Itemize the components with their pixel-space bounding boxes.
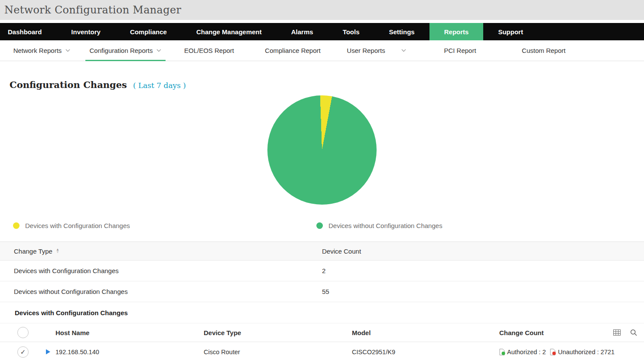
change-type-table-header: Change Type ▲▼ Device Count <box>0 241 644 261</box>
chevron-down-icon <box>401 49 406 52</box>
nav-item-support[interactable]: Support <box>483 23 538 40</box>
subnav-item-custom-report[interactable]: Custom Report <box>502 40 585 61</box>
unauthorized-label: Unauthorized : 2721 <box>558 349 615 355</box>
subnav-item-pci-report[interactable]: PCI Report <box>418 40 502 61</box>
device-type-cell: Cisco Router <box>204 349 352 355</box>
grid-view-icon[interactable] <box>613 329 621 336</box>
nav-item-compliance[interactable]: Compliance <box>115 23 182 40</box>
authorized-count: Authorized : 2 <box>499 349 546 355</box>
authorized-icon <box>499 349 505 355</box>
nav-item-alarms[interactable]: Alarms <box>276 23 328 40</box>
select-all-cell <box>0 327 43 338</box>
legend-item-with-changes: Devices with Configuration Changes <box>13 222 316 229</box>
nav-item-reports[interactable]: Reports <box>429 23 484 40</box>
change-type-cell: Devices with Configuration Changes <box>0 267 322 274</box>
change-type-table: Change Type ▲▼ Device Count Devices with… <box>0 241 644 302</box>
column-header-change-type[interactable]: Change Type ▲▼ <box>0 248 322 255</box>
change-count-cell: Authorized : 2 Unauthorized : 2721 <box>499 349 644 355</box>
select-all-checkbox[interactable] <box>17 327 29 338</box>
main-nav: Dashboard Inventory Compliance Change Ma… <box>0 23 644 40</box>
host-name-cell: 192.168.50.140 <box>43 349 204 355</box>
column-label: Change Type <box>14 248 52 255</box>
page-title-row: Configuration Changes ( Last 7 days ) <box>10 79 644 90</box>
row-checkbox-checked[interactable]: ✓ <box>17 346 29 358</box>
app-title: Network Configuration Manager <box>4 4 181 16</box>
column-header-device-count: Device Count <box>322 248 644 255</box>
column-header-device-type: Device Type <box>204 329 352 336</box>
legend-label: Devices without Configuration Changes <box>329 222 442 229</box>
subnav-item-compliance-report[interactable]: Compliance Report <box>251 40 335 61</box>
subnav-item-configuration-reports[interactable]: Configuration Reports <box>84 40 167 61</box>
table-tools <box>613 329 644 336</box>
legend-label: Devices with Configuration Changes <box>25 222 130 229</box>
pie-chart <box>267 95 377 205</box>
nav-item-change-management[interactable]: Change Management <box>182 23 276 40</box>
column-label: Change Count <box>499 329 544 336</box>
subnav-label: Configuration Reports <box>90 47 153 54</box>
row-select-cell: ✓ <box>0 346 43 358</box>
nav-item-settings[interactable]: Settings <box>374 23 429 40</box>
page-title: Configuration Changes <box>10 79 127 90</box>
nav-item-inventory[interactable]: Inventory <box>56 23 115 40</box>
legend-dot-green <box>316 222 323 229</box>
reports-subnav: Network Reports Configuration Reports EO… <box>0 40 644 61</box>
subnav-label: Custom Report <box>522 47 566 54</box>
subnav-label: EOL/EOS Report <box>184 47 234 54</box>
subnav-item-network-reports[interactable]: Network Reports <box>0 40 84 61</box>
chevron-down-icon <box>65 49 70 52</box>
column-header-model: Model <box>352 329 499 336</box>
subnav-item-user-reports[interactable]: User Reports <box>335 40 418 61</box>
host-name[interactable]: 192.168.50.140 <box>55 349 99 355</box>
chevron-down-icon <box>156 49 161 52</box>
table-row: ✓ 192.168.50.140 Cisco Router CISCO2951/… <box>0 342 644 362</box>
device-count-cell: 2 <box>322 267 644 274</box>
devices-table-header: Host Name Device Type Model Change Count <box>0 323 644 342</box>
top-gap <box>0 20 644 23</box>
legend-dot-yellow <box>13 222 20 229</box>
page-subtitle: ( Last 7 days ) <box>133 81 186 90</box>
column-header-change-count: Change Count <box>499 329 644 336</box>
unauthorized-icon <box>550 349 556 355</box>
authorized-label: Authorized : 2 <box>507 349 546 355</box>
change-type-cell: Devices without Configuration Changes <box>0 288 322 295</box>
table-row: Devices with Configuration Changes 2 <box>0 261 644 281</box>
top-bar: Network Configuration Manager <box>0 0 644 20</box>
chart-legend: Devices with Configuration Changes Devic… <box>0 222 644 229</box>
subnav-label: PCI Report <box>444 47 476 54</box>
table-row: Devices without Configuration Changes 55 <box>0 281 644 302</box>
expand-row-icon[interactable] <box>46 349 50 355</box>
legend-item-without-changes: Devices without Configuration Changes <box>316 222 442 229</box>
subnav-label: Compliance Report <box>265 47 320 54</box>
sort-arrows-icon[interactable]: ▲▼ <box>56 248 59 254</box>
unauthorized-count: Unauthorized : 2721 <box>550 349 615 355</box>
column-header-host-name: Host Name <box>43 329 204 336</box>
devices-section-title: Devices with Configuration Changes <box>0 302 644 323</box>
active-tab-underline <box>85 60 166 61</box>
nav-item-tools[interactable]: Tools <box>328 23 374 40</box>
subnav-item-eol-eos-report[interactable]: EOL/EOS Report <box>167 40 251 61</box>
subnav-label: User Reports <box>347 47 385 54</box>
subnav-label: Network Reports <box>13 47 62 54</box>
nav-item-dashboard[interactable]: Dashboard <box>0 23 56 40</box>
check-icon: ✓ <box>20 348 26 356</box>
search-icon[interactable] <box>630 329 637 336</box>
device-count-cell: 55 <box>322 288 644 295</box>
model-cell: CISCO2951/K9 <box>352 349 499 355</box>
